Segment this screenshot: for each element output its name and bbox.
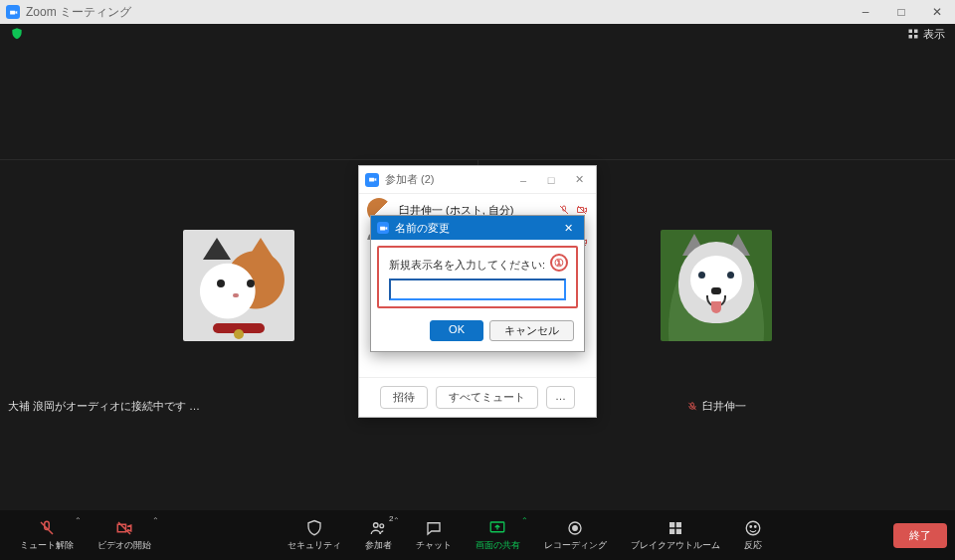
rename-dialog-close-button[interactable]: ✕ <box>558 222 578 235</box>
svg-point-4 <box>374 522 379 527</box>
meeting-top-bar: 表示 <box>0 24 955 44</box>
participant-avatar-cat <box>183 230 294 341</box>
rename-dialog-annotation-wrap: 名前の変更 ✕ 新規表示名を入力してください: ① OK キャンセル <box>370 215 585 352</box>
rename-input[interactable] <box>389 279 566 300</box>
svg-rect-3 <box>914 35 918 39</box>
svg-point-5 <box>380 523 384 527</box>
meeting-toolbar: ミュート解除 ⌃ ビデオの開始 ⌃ セキュリティ 参加者 2 ⌃ チャット 画面… <box>0 510 955 560</box>
chevron-up-icon[interactable]: ⌃ <box>152 516 159 525</box>
record-button[interactable]: レコーディング <box>532 510 619 560</box>
rename-dialog-prompt: 新規表示名を入力してください: <box>389 258 566 273</box>
participants-panel-header: 参加者 (2) – □ ✕ <box>359 166 596 194</box>
participants-panel-title: 参加者 (2) <box>385 172 435 187</box>
view-layout-label: 表示 <box>923 27 945 42</box>
svg-rect-0 <box>909 30 913 34</box>
participants-panel-close-button[interactable]: ✕ <box>568 173 590 186</box>
view-layout-button[interactable]: 表示 <box>907 27 945 42</box>
breakout-rooms-button[interactable]: ブレイクアウトルーム <box>619 510 732 560</box>
mic-muted-icon <box>687 401 698 412</box>
svg-point-8 <box>573 525 578 530</box>
reactions-button[interactable]: 反応 <box>732 510 774 560</box>
video-toggle-button[interactable]: ビデオの開始 ⌃ <box>86 510 163 560</box>
rename-dialog-header: 名前の変更 ✕ <box>371 216 584 240</box>
svg-rect-1 <box>914 30 918 34</box>
end-meeting-button[interactable]: 終了 <box>893 523 947 548</box>
window-maximize-button[interactable]: □ <box>883 0 919 24</box>
people-icon <box>369 519 387 537</box>
svg-rect-10 <box>675 522 680 527</box>
zoom-app-icon <box>6 5 20 19</box>
share-screen-button[interactable]: 画面の共有 ⌃ <box>464 510 532 560</box>
svg-rect-2 <box>909 35 913 39</box>
rename-dialog-body: 新規表示名を入力してください: ① <box>377 246 578 308</box>
participant-avatar-dog <box>661 230 772 341</box>
chevron-up-icon[interactable]: ⌃ <box>521 516 528 525</box>
participants-panel-footer: 招待 すべてミュート … <box>359 377 596 417</box>
svg-point-15 <box>754 525 756 527</box>
participants-button[interactable]: 参加者 2 ⌃ <box>353 510 404 560</box>
svg-point-13 <box>746 521 760 535</box>
window-title: Zoom ミーティング <box>26 4 131 21</box>
window-close-button[interactable]: ✕ <box>919 0 955 24</box>
grid-icon <box>667 519 684 537</box>
chevron-up-icon[interactable]: ⌃ <box>393 516 400 525</box>
window-minimize-button[interactable]: – <box>848 0 883 24</box>
invite-button[interactable]: 招待 <box>380 386 428 409</box>
svg-rect-11 <box>669 528 674 533</box>
participants-panel-maximize-button[interactable]: □ <box>540 174 562 186</box>
zoom-app-icon <box>377 222 389 234</box>
rename-dialog: 名前の変更 ✕ 新規表示名を入力してください: ① OK キャンセル <box>370 215 585 352</box>
mute-toggle-button[interactable]: ミュート解除 ⌃ <box>8 510 86 560</box>
security-button[interactable]: セキュリティ <box>276 510 353 560</box>
participants-panel-minimize-button[interactable]: – <box>512 174 534 186</box>
window-titlebar: Zoom ミーティング – □ ✕ <box>0 0 955 24</box>
mute-all-button[interactable]: すべてミュート <box>436 386 538 409</box>
share-screen-icon <box>488 519 506 537</box>
annotation-marker-1: ① <box>550 254 568 272</box>
video-pane-left-label: 大補 浪岡がオーディオに接続中です … <box>8 399 200 414</box>
rename-cancel-button[interactable]: キャンセル <box>489 320 574 341</box>
video-pane-right-label: 臼井伸一 <box>687 399 746 414</box>
record-icon <box>566 519 584 537</box>
encryption-shield-icon[interactable] <box>10 27 24 41</box>
rename-dialog-title: 名前の変更 <box>395 221 450 236</box>
shield-icon <box>305 519 323 537</box>
rename-ok-button[interactable]: OK <box>430 320 483 341</box>
svg-point-14 <box>750 525 752 527</box>
zoom-app-icon <box>365 173 379 187</box>
chat-icon <box>425 519 443 537</box>
chevron-up-icon[interactable]: ⌃ <box>75 516 82 525</box>
video-off-icon <box>115 519 133 537</box>
chat-button[interactable]: チャット <box>404 510 464 560</box>
svg-rect-12 <box>675 528 680 533</box>
smile-icon <box>744 519 762 537</box>
svg-rect-9 <box>669 522 674 527</box>
rename-dialog-footer: OK キャンセル <box>371 314 584 351</box>
mic-muted-icon <box>38 519 56 537</box>
participants-more-button[interactable]: … <box>546 386 575 409</box>
